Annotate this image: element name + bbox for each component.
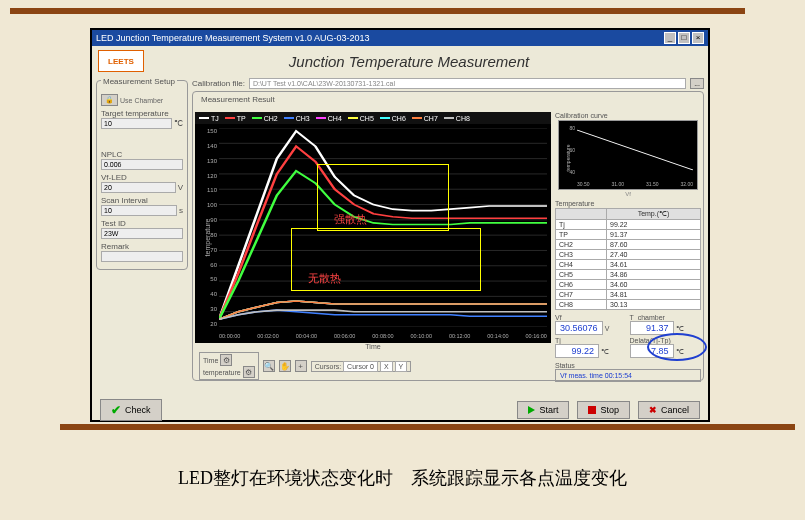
calib-chart-legend: Calibration curve	[555, 112, 701, 119]
table-row: CH830.13	[556, 300, 701, 310]
temperature-legend: Temperature	[555, 200, 701, 207]
table-row: CH734.81	[556, 290, 701, 300]
page-title: Junction Temperature Measurement	[150, 53, 708, 70]
x-axis-ticks: 00:00:0000:02:0000:04:0000:06:0000:08:00…	[219, 333, 547, 339]
tchamber-label: T_chamber	[630, 314, 702, 321]
delta-value: 7.85	[630, 344, 674, 358]
status-text: Vf meas. time 00:15:54	[555, 369, 701, 382]
check-button[interactable]: ✔Check	[100, 399, 162, 421]
slide-top-rule	[10, 8, 745, 14]
measurement-result-panel: Measurement Result TJTPCH2CH3CH4CH5CH6CH…	[192, 91, 704, 381]
calibration-file-label: Calibration file:	[192, 79, 245, 88]
x-axis-label: Time	[195, 343, 551, 350]
status-legend: Status	[555, 362, 701, 369]
nplc-input[interactable]	[101, 159, 183, 170]
table-row: CH287.60	[556, 240, 701, 250]
delta-label: Delata(Tj-Tp)	[630, 337, 702, 344]
axis-panel: Time ⚙ temperature ⚙	[199, 352, 259, 380]
window-title: LED Junction Temperature Measurement Sys…	[96, 33, 369, 43]
target-temp-input[interactable]	[101, 118, 172, 129]
calibration-file-path: D:\UT Test v1.0\CAL\23W-20130731-1321.ca…	[249, 78, 686, 89]
cursor-panel: Cursors: Cursor 0 X Y	[311, 361, 412, 372]
nplc-label: NPLC	[101, 150, 122, 159]
tchamber-value: 91.37	[630, 321, 674, 335]
calibration-chart[interactable]: 806040 30.5031.0031.5032.00 temperature …	[558, 120, 698, 190]
target-temp-label: Target temperature	[101, 109, 169, 118]
table-row: TP91.37	[556, 230, 701, 240]
slide-bottom-rule	[60, 424, 795, 430]
tj-label: Tj	[555, 337, 627, 344]
tj-value: 99.22	[555, 344, 599, 358]
stop-button[interactable]: Stop	[577, 401, 630, 419]
remark-input[interactable]	[101, 251, 183, 262]
check-icon: ✔	[111, 403, 121, 417]
cursor-x: X	[380, 361, 393, 372]
cancel-icon: ✖	[649, 405, 657, 415]
start-button[interactable]: Start	[517, 401, 569, 419]
time-axis-config-icon[interactable]: ⚙	[220, 354, 232, 366]
measurement-setup-panel: Measurement Setup 🔒 Use Chamber Target t…	[96, 80, 188, 270]
app-window: LED Junction Temperature Measurement Sys…	[90, 28, 710, 422]
legend-item-tp[interactable]: TP	[225, 115, 246, 122]
plot-area: 强散热无散热	[219, 128, 547, 327]
vf-value: 30.56076	[555, 321, 603, 335]
vf-led-label: Vf-LED	[101, 173, 127, 182]
logo: LEETS	[98, 50, 144, 72]
zoom-tool-icon[interactable]: 🔍	[263, 360, 275, 372]
pan-tool-icon[interactable]: ✋	[279, 360, 291, 372]
stop-icon	[588, 406, 596, 414]
test-id-label: Test ID	[101, 219, 126, 228]
remark-label: Remark	[101, 242, 129, 251]
scan-interval-label: Scan Interval	[101, 196, 148, 205]
target-temp-unit: ℃	[174, 119, 183, 128]
table-row: CH534.86	[556, 270, 701, 280]
close-button[interactable]: ×	[692, 32, 704, 44]
play-icon	[528, 406, 535, 414]
legend-item-ch2[interactable]: CH2	[252, 115, 278, 122]
legend-item-ch6[interactable]: CH6	[380, 115, 406, 122]
main-chart[interactable]: temperature 1501401301201101009080706050…	[195, 124, 551, 343]
annotation-text-1: 无散热	[308, 271, 341, 286]
chart-legend: TJTPCH2CH3CH4CH5CH6CH7CH8	[195, 112, 551, 124]
annotation-text-0: 强散热	[334, 212, 367, 227]
legend-item-ch4[interactable]: CH4	[316, 115, 342, 122]
vf-label: Vf	[555, 314, 627, 321]
legend-item-ch7[interactable]: CH7	[412, 115, 438, 122]
meas-legend: Measurement Result	[199, 95, 277, 104]
table-row: CH434.61	[556, 260, 701, 270]
legend-item-ch5[interactable]: CH5	[348, 115, 374, 122]
browse-button[interactable]: ...	[690, 78, 704, 89]
cancel-button[interactable]: ✖Cancel	[638, 401, 700, 419]
table-row: CH327.40	[556, 250, 701, 260]
table-row: CH634.60	[556, 280, 701, 290]
y-axis-ticks: 1501401301201101009080706050403020	[197, 128, 217, 327]
test-id-input[interactable]	[101, 228, 183, 239]
temperature-table: Temp.(℃) Tj99.22TP91.37CH287.60CH327.40C…	[555, 208, 701, 310]
crosshair-tool-icon[interactable]: +	[295, 360, 307, 372]
chamber-icon: 🔒	[101, 94, 118, 106]
cursor-y: Y	[395, 361, 408, 372]
slide-caption: LED整灯在环境状态变化时 系统跟踪显示各点温度变化	[0, 466, 805, 490]
svg-line-14	[577, 130, 693, 170]
use-chamber-label: Use Chamber	[120, 97, 163, 104]
legend-item-tj[interactable]: TJ	[199, 115, 219, 122]
legend-item-ch3[interactable]: CH3	[284, 115, 310, 122]
minimize-button[interactable]: _	[664, 32, 676, 44]
scan-interval-input[interactable]	[101, 205, 177, 216]
cursor-name[interactable]: Cursor 0	[343, 361, 378, 372]
setup-legend: Measurement Setup	[101, 77, 177, 86]
vf-led-input[interactable]	[101, 182, 176, 193]
scan-interval-unit: s	[179, 206, 183, 215]
maximize-button[interactable]: □	[678, 32, 690, 44]
window-titlebar: LED Junction Temperature Measurement Sys…	[92, 30, 708, 46]
legend-item-ch8[interactable]: CH8	[444, 115, 470, 122]
temp-axis-config-icon[interactable]: ⚙	[243, 366, 255, 378]
table-row: Tj99.22	[556, 220, 701, 230]
vf-led-unit: V	[178, 183, 183, 192]
